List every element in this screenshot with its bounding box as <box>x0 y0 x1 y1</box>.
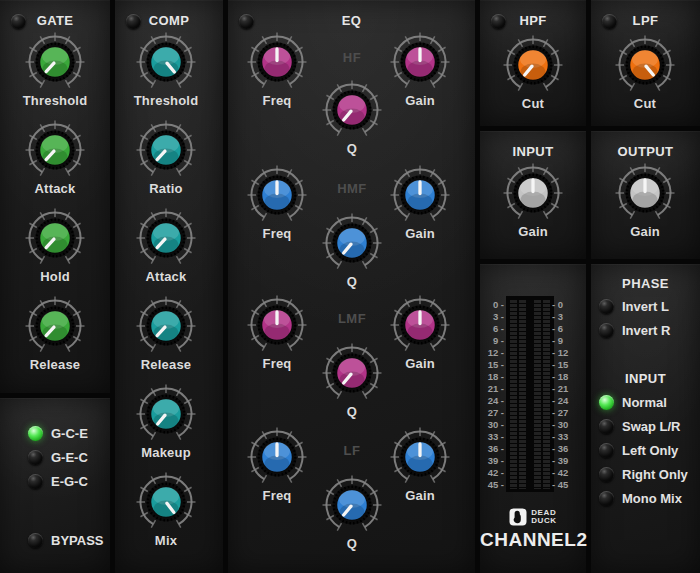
g-c-e-option[interactable]: G-C-E <box>28 421 88 445</box>
eq-lmf-freq-knob[interactable]: Freq <box>237 294 317 371</box>
knob-dial <box>135 295 197 357</box>
meter-scale-value: - 21 <box>552 384 568 394</box>
eq-hf-freq-knob[interactable]: Freq <box>237 31 317 108</box>
hpf-cut-knob[interactable]: Cut <box>493 34 573 111</box>
knob-label: Q <box>347 404 357 419</box>
dead-duck-logo-icon <box>509 508 527 526</box>
meter-scale-value: - 27 <box>552 408 568 418</box>
gate-threshold-knob[interactable]: Threshold <box>15 31 95 108</box>
gate-hold-knob[interactable]: Hold <box>15 207 95 284</box>
eq-hf-q-knob[interactable]: Q <box>312 79 392 156</box>
comp-threshold-knob[interactable]: Threshold <box>126 31 206 108</box>
eq-lf-q-knob[interactable]: Q <box>312 474 392 551</box>
gate-release-knob[interactable]: Release <box>15 295 95 372</box>
led-indicator <box>28 450 43 465</box>
meter-scale-value: - 9 <box>552 336 563 346</box>
knob-dial <box>246 426 308 488</box>
invert-r-option[interactable]: Invert R <box>599 318 670 342</box>
eq-hmf-q-knob[interactable]: Q <box>312 212 392 289</box>
comp-mix-knob[interactable]: Mix <box>126 471 206 548</box>
meter-scale-value: - 42 <box>552 468 568 478</box>
knob-dial <box>502 34 564 96</box>
meter-scale-value: - 36 <box>552 444 568 454</box>
input-gain-knob[interactable]: Gain <box>493 162 573 239</box>
led-indicator <box>599 419 614 434</box>
meter-bar-right-a <box>534 300 541 489</box>
phase-options: Invert LInvert R <box>599 294 670 342</box>
meter-scale-value: - 12 <box>552 348 568 358</box>
mono-mix-option[interactable]: Mono Mix <box>599 486 688 510</box>
led-indicator <box>599 443 614 458</box>
eq-hf-gain-knob[interactable]: Gain <box>380 31 460 108</box>
eq-lmf-q-knob[interactable]: Q <box>312 342 392 419</box>
meter-scale-value: - 39 <box>552 456 568 466</box>
normal-option[interactable]: Normal <box>599 390 688 414</box>
knob-label: Gain <box>630 224 660 239</box>
knob-dial <box>24 31 86 93</box>
comp-makeup-knob[interactable]: Makeup <box>126 383 206 460</box>
meter-bar-left-b <box>519 300 526 489</box>
eq-lf-gain-knob[interactable]: Gain <box>380 426 460 503</box>
eq-hmf-freq-knob[interactable]: Freq <box>237 164 317 241</box>
knob-label: Freq <box>263 488 292 503</box>
meter-scale-value: - 0 <box>552 300 563 310</box>
knob-label: Mix <box>155 533 177 548</box>
option-label: G-C-E <box>51 426 88 441</box>
knob-dial <box>321 79 383 141</box>
input-gain-section: INPUT Gain <box>480 131 586 259</box>
knob-label: Makeup <box>141 445 191 460</box>
e-g-c-option[interactable]: E-G-C <box>28 469 88 493</box>
invert-l-option[interactable]: Invert L <box>599 294 670 318</box>
meter-scale-value: 45 - <box>488 480 504 490</box>
left-only-option[interactable]: Left Only <box>599 438 688 462</box>
knob-label: Cut <box>634 96 656 111</box>
lpf-title: LPF <box>591 13 700 28</box>
knob-label: Q <box>347 536 357 551</box>
gate-attack-knob[interactable]: Attack <box>15 119 95 196</box>
output-gain-knob[interactable]: Gain <box>605 162 685 239</box>
phase-input-section: PHASE Invert LInvert R INPUT NormalSwap … <box>591 264 700 573</box>
bypass-option[interactable]: BYPASS <box>28 528 104 552</box>
knob-label: Cut <box>522 96 544 111</box>
knob-dial <box>135 207 197 269</box>
option-label: BYPASS <box>51 533 104 548</box>
processor-order-section: G-C-EG-E-CE-G-C BYPASS <box>0 398 110 573</box>
comp-release-knob[interactable]: Release <box>126 295 206 372</box>
brand-line2: DUCK <box>531 517 557 526</box>
gate-title: GATE <box>0 13 110 28</box>
meter-scale-value: - 33 <box>552 432 568 442</box>
option-label: Mono Mix <box>622 491 682 506</box>
meter-scale-value: - 6 <box>552 324 563 334</box>
option-label: E-G-C <box>51 474 88 489</box>
meter-scale-value: 21 - <box>488 384 504 394</box>
knob-dial <box>321 342 383 404</box>
led-indicator <box>599 395 614 410</box>
right-only-option[interactable]: Right Only <box>599 462 688 486</box>
meter-scale-value: - 18 <box>552 372 568 382</box>
meter-scale-value: 3 - <box>493 312 504 322</box>
option-label: Invert R <box>622 323 670 338</box>
knob-dial <box>389 164 451 226</box>
comp-attack-knob[interactable]: Attack <box>126 207 206 284</box>
input-routing-title: INPUT <box>591 371 700 386</box>
eq-lmf-gain-knob[interactable]: Gain <box>380 294 460 371</box>
knob-dial <box>246 294 308 356</box>
eq-hmf-gain-knob[interactable]: Gain <box>380 164 460 241</box>
knob-dial <box>321 212 383 274</box>
swap-l-r-option[interactable]: Swap L/R <box>599 414 688 438</box>
meter-scale-value: 18 - <box>488 372 504 382</box>
hpf-title: HPF <box>480 13 586 28</box>
knob-label: Freq <box>263 93 292 108</box>
knob-label: Gain <box>405 488 435 503</box>
comp-ratio-knob[interactable]: Ratio <box>126 119 206 196</box>
lpf-cut-knob[interactable]: Cut <box>605 34 685 111</box>
meter-scale-value: 39 - <box>488 456 504 466</box>
g-e-c-option[interactable]: G-E-C <box>28 445 88 469</box>
knob-dial <box>135 471 197 533</box>
eq-lf-freq-knob[interactable]: Freq <box>237 426 317 503</box>
hpf-section: HPF Cut <box>480 0 586 126</box>
knob-label: Ratio <box>149 181 183 196</box>
knob-label: Q <box>347 274 357 289</box>
channel-strip-plugin: GATE Threshold Attack Hold Release G-C-E… <box>0 0 700 573</box>
lpf-section: LPF Cut <box>591 0 700 126</box>
